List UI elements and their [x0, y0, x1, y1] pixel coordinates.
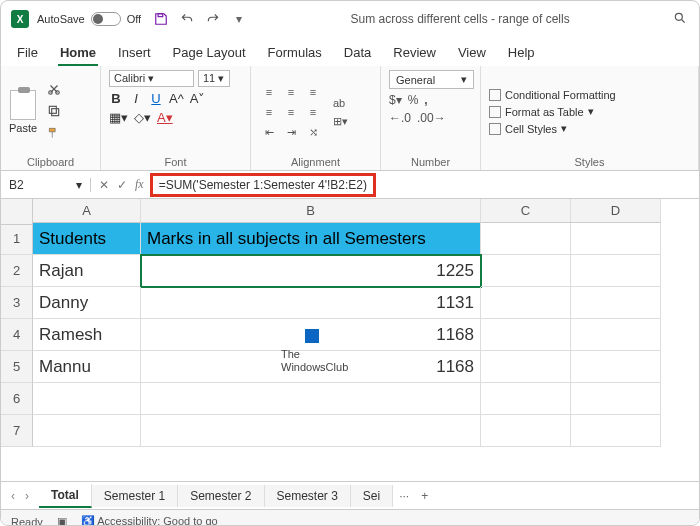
spreadsheet-grid[interactable]: A B C D 1 Students Marks in all subjects… [1, 199, 699, 481]
cell-a7[interactable] [33, 415, 141, 447]
indent-dec-icon[interactable]: ⇤ [259, 123, 279, 141]
orientation-icon[interactable]: ⤭ [303, 123, 323, 141]
sheet-tab-semester-1[interactable]: Semester 1 [92, 485, 178, 507]
number-format-select[interactable]: General▾ [389, 70, 474, 89]
search-icon[interactable] [673, 11, 689, 27]
italic-button[interactable]: I [129, 91, 143, 106]
cell-d4[interactable] [571, 319, 661, 351]
tab-formulas[interactable]: Formulas [266, 41, 324, 66]
col-head-a[interactable]: A [33, 199, 141, 223]
new-sheet-button[interactable]: + [415, 489, 434, 503]
cell-a1[interactable]: Students [33, 223, 141, 255]
cell-d3[interactable] [571, 287, 661, 319]
cell-b3[interactable]: 1131 [141, 287, 481, 319]
row-head-4[interactable]: 4 [1, 319, 33, 351]
save-icon[interactable] [153, 11, 169, 27]
conditional-formatting-button[interactable]: Conditional Formatting [489, 89, 690, 101]
formula-input[interactable]: =SUM('Semester 1:Semester 4'!B2:E2) [152, 178, 699, 192]
align-center-icon[interactable]: ≡ [281, 103, 301, 121]
tab-data[interactable]: Data [342, 41, 373, 66]
align-middle-icon[interactable]: ≡ [281, 83, 301, 101]
wrap-text-button[interactable]: ab [333, 97, 348, 109]
cell-c2[interactable] [481, 255, 571, 287]
cell-c3[interactable] [481, 287, 571, 319]
font-size-select[interactable]: 11 ▾ [198, 70, 230, 87]
cell-b7[interactable] [141, 415, 481, 447]
cell-a4[interactable]: Ramesh [33, 319, 141, 351]
macro-record-icon[interactable]: ▣ [57, 515, 67, 526]
cell-d6[interactable] [571, 383, 661, 415]
cell-a2[interactable]: Rajan [33, 255, 141, 287]
qat-dropdown-icon[interactable]: ▾ [231, 11, 247, 27]
cell-a5[interactable]: Mannu [33, 351, 141, 383]
cell-a6[interactable] [33, 383, 141, 415]
cell-a3[interactable]: Danny [33, 287, 141, 319]
align-left-icon[interactable]: ≡ [259, 103, 279, 121]
align-top-icon[interactable]: ≡ [259, 83, 279, 101]
sheet-next-icon[interactable]: › [25, 489, 29, 503]
col-head-b[interactable]: B [141, 199, 481, 223]
row-head-3[interactable]: 3 [1, 287, 33, 319]
tab-help[interactable]: Help [506, 41, 537, 66]
cell-styles-button[interactable]: Cell Styles ▾ [489, 122, 690, 135]
bold-button[interactable]: B [109, 91, 123, 106]
accessibility-status[interactable]: ♿ Accessibility: Good to go [81, 515, 218, 526]
cell-c7[interactable] [481, 415, 571, 447]
cut-icon[interactable] [47, 82, 63, 98]
cell-b2[interactable]: 1225 [141, 255, 481, 287]
cell-b6[interactable] [141, 383, 481, 415]
undo-icon[interactable] [179, 11, 195, 27]
cell-b1[interactable]: Marks in all subjects in all Semesters [141, 223, 481, 255]
tab-page-layout[interactable]: Page Layout [171, 41, 248, 66]
align-bottom-icon[interactable]: ≡ [303, 83, 323, 101]
row-head-1[interactable]: 1 [1, 223, 33, 255]
format-as-table-button[interactable]: Format as Table ▾ [489, 105, 690, 118]
tab-view[interactable]: View [456, 41, 488, 66]
tab-home[interactable]: Home [58, 41, 98, 66]
row-head-5[interactable]: 5 [1, 351, 33, 383]
cell-d5[interactable] [571, 351, 661, 383]
cell-c5[interactable] [481, 351, 571, 383]
borders-button[interactable]: ▦▾ [109, 110, 128, 125]
cell-d7[interactable] [571, 415, 661, 447]
percent-button[interactable]: % [408, 93, 419, 107]
row-head-2[interactable]: 2 [1, 255, 33, 287]
redo-icon[interactable] [205, 11, 221, 27]
row-head-6[interactable]: 6 [1, 383, 33, 415]
col-head-c[interactable]: C [481, 199, 571, 223]
comma-button[interactable]: , [424, 93, 427, 107]
sheet-tab-semester-2[interactable]: Semester 2 [178, 485, 264, 507]
currency-button[interactable]: $▾ [389, 93, 402, 107]
font-grow-button[interactable]: A^ [169, 91, 184, 106]
tab-file[interactable]: File [15, 41, 40, 66]
select-all-corner[interactable] [1, 199, 33, 225]
decrease-decimal-button[interactable]: .00→ [417, 111, 446, 125]
font-color-button[interactable]: A▾ [157, 110, 173, 125]
enter-formula-icon[interactable]: ✓ [117, 178, 127, 192]
indent-inc-icon[interactable]: ⇥ [281, 123, 301, 141]
paste-button[interactable]: Paste [9, 90, 37, 134]
name-box[interactable]: B2▾ [1, 178, 91, 192]
col-head-d[interactable]: D [571, 199, 661, 223]
copy-icon[interactable] [47, 104, 63, 120]
underline-button[interactable]: U [149, 91, 163, 106]
tab-insert[interactable]: Insert [116, 41, 153, 66]
sheet-tab-semester-4[interactable]: Sei [351, 485, 393, 507]
format-painter-icon[interactable] [47, 126, 63, 142]
row-head-7[interactable]: 7 [1, 415, 33, 447]
cell-d2[interactable] [571, 255, 661, 287]
cancel-formula-icon[interactable]: ✕ [99, 178, 109, 192]
sheet-tab-semester-3[interactable]: Semester 3 [265, 485, 351, 507]
tab-review[interactable]: Review [391, 41, 438, 66]
toggle-off-icon[interactable] [91, 12, 121, 26]
merge-button[interactable]: ⊞▾ [333, 115, 348, 128]
sheet-tab-total[interactable]: Total [39, 484, 92, 508]
fx-icon[interactable]: fx [135, 177, 144, 192]
sheet-prev-icon[interactable]: ‹ [11, 489, 15, 503]
fill-color-button[interactable]: ◇▾ [134, 110, 151, 125]
font-shrink-button[interactable]: A˅ [190, 91, 206, 106]
font-name-select[interactable]: Calibri ▾ [109, 70, 194, 87]
increase-decimal-button[interactable]: ←.0 [389, 111, 411, 125]
autosave-toggle[interactable]: AutoSave Off [37, 12, 141, 26]
sheet-more-icon[interactable]: ··· [393, 489, 415, 503]
